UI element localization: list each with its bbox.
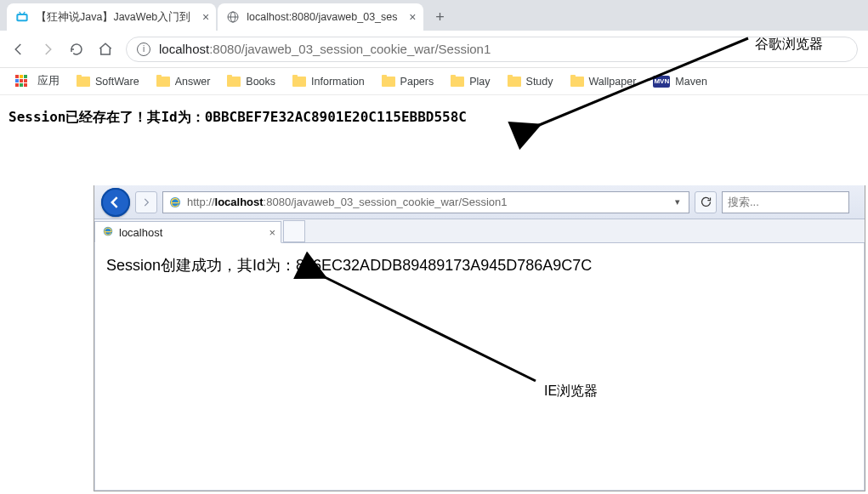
ie-window: http://localhost:8080/javaweb_03_session… [94, 185, 865, 491]
site-info-icon[interactable]: i [137, 43, 150, 56]
ie-url-rest: :8080/javaweb_03_session_cookie_war/Sess… [264, 196, 508, 208]
ie-logo-icon [168, 196, 182, 209]
bilibili-icon [15, 10, 29, 24]
folder-icon [508, 77, 521, 87]
url-path: /javaweb_03_session_cookie_war/Session1 [241, 42, 491, 56]
bookmark-papers[interactable]: Papers [375, 76, 441, 88]
home-icon[interactable] [97, 41, 114, 58]
bookmark-wallpaper[interactable]: Wallpaper [564, 76, 644, 88]
close-icon[interactable]: × [269, 226, 275, 239]
folder-icon [292, 77, 306, 87]
new-tab-button[interactable]: + [428, 5, 452, 29]
bookmark-maven[interactable]: MVNMaven [646, 76, 714, 88]
annotation-chrome: 谷歌浏览器 [755, 36, 823, 54]
address-bar[interactable]: i localhost:8080/javaweb_03_session_cook… [126, 37, 858, 62]
ie-back-button[interactable] [101, 188, 130, 217]
ie-tab-title: localhost [119, 226, 162, 239]
bookmark-information[interactable]: Information [286, 76, 372, 88]
ie-url-host: localhost [215, 196, 264, 208]
reload-icon[interactable] [68, 41, 85, 58]
url-port: :8080 [209, 42, 241, 56]
session-exists-text: Session已经存在了！其Id为： [9, 109, 205, 125]
globe-icon [226, 10, 240, 24]
session-id-chrome: 0BBCBEF7E32AC8901E20C115EBBD558C [205, 109, 467, 125]
apps-button[interactable]: 应用 [9, 74, 66, 88]
bookmarks-bar: 应用 SoftWare Answer Books Information Pap… [0, 68, 868, 95]
chrome-tab-1[interactable]: 【狂神说Java】JavaWeb入门到 × [7, 3, 216, 31]
close-icon[interactable]: × [202, 10, 209, 24]
bookmark-books[interactable]: Books [220, 76, 282, 88]
folder-icon [77, 77, 90, 87]
forward-icon[interactable] [39, 41, 56, 58]
ie-tab-localhost[interactable]: localhost × [94, 221, 281, 243]
ie-tabstrip: localhost × [94, 219, 865, 243]
svg-rect-1 [18, 15, 26, 20]
ie-page-content: Session创建成功，其Id为：896EC32ADDB89489173A945… [94, 243, 865, 287]
chrome-page-content: Session已经存在了！其Id为：0BBCBEF7E32AC8901E20C1… [0, 95, 868, 140]
folder-icon [227, 77, 241, 87]
ie-url-prefix: http:// [187, 196, 215, 208]
maven-icon: MVN [653, 76, 670, 88]
annotation-ie: IE浏览器 [544, 383, 598, 400]
ie-search-placeholder: 搜索... [728, 195, 759, 210]
chrome-tabstrip: 【狂神说Java】JavaWeb入门到 × localhost:8080/jav… [0, 0, 868, 31]
apps-icon [15, 75, 29, 88]
ie-search-input[interactable]: 搜索... [722, 191, 849, 213]
folder-icon [570, 77, 584, 87]
session-created-text: Session创建成功，其Id为： [106, 257, 296, 274]
ie-forward-button[interactable] [135, 191, 157, 213]
chrome-toolbar: i localhost:8080/javaweb_03_session_cook… [0, 31, 868, 68]
session-id-ie: 896EC32ADDB89489173A945D786A9C7C [296, 257, 592, 274]
ie-logo-icon [102, 225, 114, 240]
ie-toolbar: http://localhost:8080/javaweb_03_session… [94, 185, 865, 219]
bookmark-study[interactable]: Study [501, 76, 560, 88]
chrome-tab-2[interactable]: localhost:8080/javaweb_03_ses × [218, 3, 423, 31]
chrome-tab-1-title: 【狂神说Java】JavaWeb入门到 [36, 10, 190, 25]
folder-icon [382, 77, 395, 87]
bookmark-play[interactable]: Play [444, 76, 496, 88]
ie-new-tab-button[interactable] [283, 220, 305, 242]
folder-icon [451, 77, 464, 87]
close-icon[interactable]: × [409, 10, 416, 24]
ie-address-bar[interactable]: http://localhost:8080/javaweb_03_session… [162, 191, 689, 213]
url-host: localhost [159, 42, 209, 56]
bookmark-softWare[interactable]: SoftWare [70, 76, 146, 88]
chevron-down-icon[interactable]: ▾ [675, 196, 684, 207]
ie-refresh-button[interactable] [695, 191, 717, 213]
chrome-tab-2-title: localhost:8080/javaweb_03_ses [247, 11, 397, 23]
folder-icon [156, 77, 170, 87]
bookmark-answer[interactable]: Answer [150, 76, 218, 88]
apps-label: 应用 [37, 74, 60, 88]
back-icon[interactable] [10, 41, 27, 58]
